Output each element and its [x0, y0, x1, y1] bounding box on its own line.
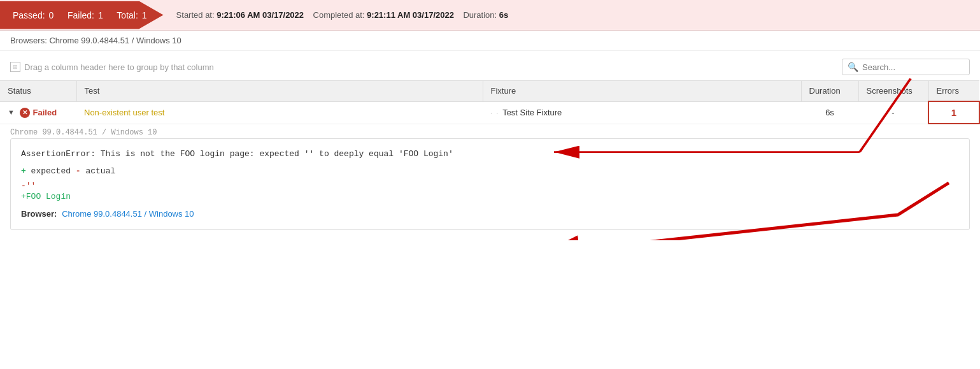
browser-info: Browser: Chrome 99.0.4844.51 / Windows 1…	[21, 209, 959, 219]
total-count: 1	[142, 10, 147, 20]
diff-section: + expected - actual	[21, 166, 959, 176]
started-label: Started at:	[176, 10, 215, 20]
diff-plus-value: +FOO Login	[21, 192, 959, 201]
col-header-test: Test	[76, 81, 483, 102]
fixture-dots-icon: · ·	[490, 110, 502, 117]
search-input[interactable]	[862, 62, 964, 72]
started-value: 9:21:06 AM 03/17/2022	[217, 10, 304, 20]
passed-label: Passed:	[13, 10, 45, 20]
summary-badge: Passed:0 Failed:1 Total:1	[0, 1, 164, 29]
col-header-errors: Errors	[928, 81, 979, 102]
status-failed: ✕ Failed	[20, 108, 57, 118]
search-icon: 🔍	[848, 62, 858, 72]
duration-value: 6s	[499, 10, 508, 20]
browser-info-label: Browser:	[21, 209, 57, 219]
completed-label: Completed at:	[313, 10, 365, 20]
browsers-label: Browsers:	[10, 36, 47, 45]
drag-hint: ⊞ Drag a column header here to group by …	[10, 62, 214, 72]
diff-actual-label: actual	[85, 166, 115, 176]
test-name-cell: Non-existent user test	[76, 101, 483, 124]
errors-cell: 1	[928, 101, 979, 124]
drag-hint-icon: ⊞	[10, 62, 20, 72]
browser-info-value: Chrome 99.0.4844.51 / Windows 10	[62, 209, 194, 219]
diff-minus-value: -''	[21, 181, 959, 191]
status-label: Failed	[33, 108, 57, 117]
diff-minus-label: -	[76, 166, 86, 176]
browsers-row: Browsers: Chrome 99.0.4844.51 / Windows …	[0, 31, 980, 51]
search-box[interactable]: 🔍	[842, 59, 970, 75]
col-header-duration: Duration	[801, 81, 858, 102]
toolbar-row: ⊞ Drag a column header here to group by …	[0, 51, 980, 80]
summary-bar: Passed:0 Failed:1 Total:1 Started at: 9:…	[0, 0, 980, 31]
expand-button[interactable]: ▼	[8, 108, 15, 116]
diff-plus-label: +	[21, 166, 31, 176]
diff-expected-label: expected	[31, 166, 76, 176]
drag-hint-text: Drag a column header here to group by th…	[24, 62, 214, 72]
detail-panel: AssertionError: This is not the FOO logi…	[10, 138, 970, 230]
passed-count: 0	[49, 10, 54, 20]
results-table: Status Test Fixture Duration Screenshots…	[0, 80, 980, 124]
duration-cell: 6s	[801, 101, 858, 124]
col-header-status: Status	[0, 81, 76, 102]
browser-sub-line: Chrome 99.0.4844.51 / Windows 10	[0, 124, 980, 138]
fixture-cell: · · Test Site Fixture	[483, 101, 801, 124]
screenshots-cell: -	[858, 101, 928, 124]
fixture-name: Test Site Fixture	[502, 108, 562, 117]
table-header: Status Test Fixture Duration Screenshots…	[0, 81, 979, 102]
status-cell: ▼ ✕ Failed	[0, 101, 76, 124]
table-row: ▼ ✕ Failed Non-existent user test · · Te…	[0, 101, 979, 124]
total-label: Total:	[117, 10, 138, 20]
assertion-line: AssertionError: This is not the FOO logi…	[21, 149, 959, 159]
failed-label: Failed:	[67, 10, 94, 20]
duration-label: Duration:	[463, 10, 497, 20]
col-header-screenshots: Screenshots	[858, 81, 928, 102]
completed-value: 9:21:11 AM 03/17/2022	[367, 10, 454, 20]
detail-container: AssertionError: This is not the FOO logi…	[0, 138, 980, 230]
failed-count: 1	[98, 10, 103, 20]
col-header-fixture: Fixture	[483, 81, 801, 102]
status-failed-icon: ✕	[20, 108, 30, 118]
summary-meta: Started at: 9:21:06 AM 03/17/2022 Comple…	[164, 10, 522, 20]
browsers-value: Chrome 99.0.4844.51 / Windows 10	[49, 36, 181, 45]
